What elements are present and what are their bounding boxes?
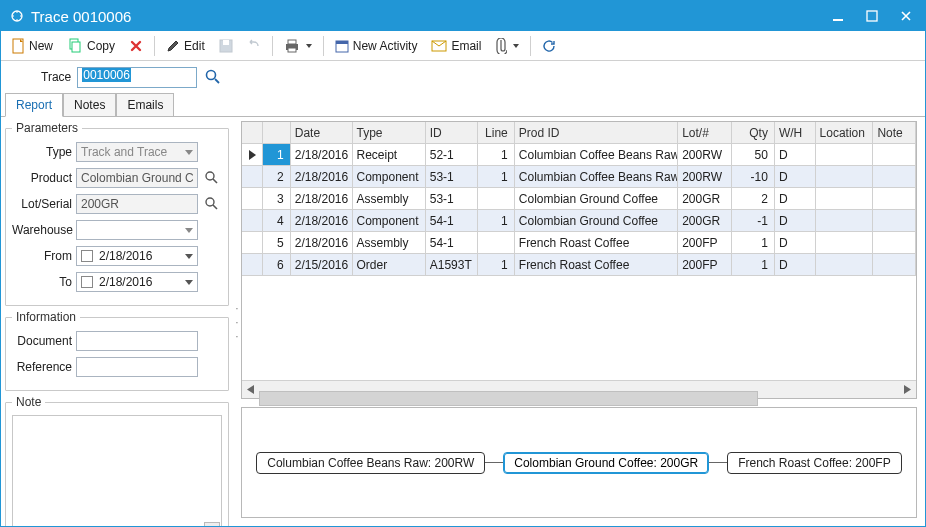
diagram-node[interactable]: Colombian Ground Coffee: 200GR: [503, 452, 709, 474]
caret-down-icon: [513, 44, 519, 48]
new-activity-button[interactable]: New Activity: [329, 35, 424, 57]
trace-window: Trace 0010006 New Copy Edit: [0, 0, 926, 527]
lotserial-lookup-button[interactable]: [202, 194, 222, 214]
tab-report[interactable]: Report: [5, 93, 63, 117]
toolbar: New Copy Edit New Activity: [1, 31, 925, 61]
copy-label: Copy: [87, 39, 115, 53]
svg-rect-12: [336, 41, 348, 44]
delete-button[interactable]: [123, 35, 149, 57]
col-loc[interactable]: Location: [816, 122, 874, 144]
edit-label: Edit: [184, 39, 205, 53]
to-label: To: [12, 275, 72, 289]
left-pane: Parameters Type Track and Trace Product …: [1, 117, 233, 526]
from-label: From: [12, 249, 72, 263]
scroll-up-icon[interactable]: [204, 522, 220, 526]
to-date[interactable]: 2/18/2016: [76, 272, 198, 292]
lotserial-input[interactable]: [76, 194, 198, 214]
svg-rect-9: [288, 40, 296, 44]
window-controls: [821, 3, 923, 29]
table-row[interactable]: 12/18/2016Receipt52-11Columbian Coffee B…: [242, 144, 916, 166]
table-row[interactable]: 22/18/2016Component53-11Columbian Coffee…: [242, 166, 916, 188]
checkbox-icon[interactable]: [81, 276, 93, 288]
checkbox-icon[interactable]: [81, 250, 93, 262]
vertical-splitter[interactable]: ···: [233, 117, 241, 526]
col-date[interactable]: Date: [291, 122, 353, 144]
attachment-button[interactable]: [489, 34, 525, 58]
titlebar[interactable]: Trace 0010006: [1, 1, 925, 31]
warehouse-label: Warehouse: [12, 223, 72, 237]
type-select[interactable]: Track and Trace: [76, 142, 198, 162]
product-lookup-button[interactable]: [202, 168, 222, 188]
trace-row: Trace 0010006: [1, 61, 925, 93]
col-id[interactable]: ID: [426, 122, 478, 144]
copy-button[interactable]: Copy: [61, 34, 121, 58]
print-button[interactable]: [278, 35, 318, 57]
main-area: Parameters Type Track and Trace Product …: [1, 117, 925, 526]
grid-body[interactable]: 12/18/2016Receipt52-11Columbian Coffee B…: [242, 144, 916, 380]
trace-diagram[interactable]: Columbian Coffee Beans Raw: 200RWColombi…: [241, 407, 917, 518]
product-input[interactable]: [76, 168, 198, 188]
minimize-button[interactable]: [821, 3, 855, 29]
reference-label: Reference: [12, 360, 72, 374]
col-line[interactable]: Line: [478, 122, 515, 144]
table-row[interactable]: 52/18/2016Assembly54-1French Roast Coffe…: [242, 232, 916, 254]
save-button[interactable]: [213, 35, 239, 57]
svg-rect-1: [833, 19, 843, 21]
note-group: Note: [5, 395, 229, 526]
trace-value: 0010006: [82, 68, 131, 82]
trace-lookup-button[interactable]: [203, 67, 223, 87]
scroll-thumb[interactable]: [259, 391, 758, 406]
svg-rect-5: [72, 42, 80, 52]
email-button[interactable]: Email: [425, 35, 487, 57]
tab-emails[interactable]: Emails: [116, 93, 174, 116]
edit-button[interactable]: Edit: [160, 35, 211, 57]
col-wh[interactable]: W/H: [775, 122, 816, 144]
connector: [709, 462, 727, 463]
note-scrollbar[interactable]: [204, 522, 220, 526]
diagram-node[interactable]: Columbian Coffee Beans Raw: 200RW: [256, 452, 485, 474]
grid-header: Date Type ID Line Prod ID Lot/# Qty W/H …: [242, 122, 916, 144]
warehouse-select[interactable]: [76, 220, 198, 240]
new-button[interactable]: New: [5, 34, 59, 58]
right-pane: Date Type ID Line Prod ID Lot/# Qty W/H …: [241, 117, 925, 526]
svg-rect-10: [288, 48, 296, 52]
close-button[interactable]: [889, 3, 923, 29]
results-grid[interactable]: Date Type ID Line Prod ID Lot/# Qty W/H …: [241, 121, 917, 399]
svg-point-14: [207, 71, 216, 80]
from-date[interactable]: 2/18/2016: [76, 246, 198, 266]
svg-rect-7: [223, 40, 229, 45]
table-row[interactable]: 42/18/2016Component54-11Colombian Ground…: [242, 210, 916, 232]
email-label: Email: [451, 39, 481, 53]
window-title: Trace 0010006: [31, 8, 821, 25]
undo-button[interactable]: [241, 35, 267, 57]
lotserial-label: Lot/Serial: [12, 197, 72, 211]
new-activity-label: New Activity: [353, 39, 418, 53]
caret-down-icon: [306, 44, 312, 48]
maximize-button[interactable]: [855, 3, 889, 29]
refresh-button[interactable]: [536, 35, 562, 57]
col-lot[interactable]: Lot/#: [678, 122, 732, 144]
note-textarea[interactable]: [12, 415, 222, 526]
col-prod[interactable]: Prod ID: [515, 122, 678, 144]
diagram-node[interactable]: French Roast Coffee: 200FP: [727, 452, 902, 474]
connector: [485, 462, 503, 463]
note-legend: Note: [12, 395, 45, 409]
grid-h-scrollbar[interactable]: [242, 380, 916, 398]
svg-point-16: [206, 198, 214, 206]
app-icon: [9, 8, 25, 24]
reference-input[interactable]: [76, 357, 198, 377]
tab-notes[interactable]: Notes: [63, 93, 116, 116]
parameters-legend: Parameters: [12, 121, 82, 135]
col-type[interactable]: Type: [353, 122, 426, 144]
col-qty[interactable]: Qty: [732, 122, 775, 144]
new-label: New: [29, 39, 53, 53]
table-row[interactable]: 62/15/2016OrderA1593T1French Roast Coffe…: [242, 254, 916, 276]
product-label: Product: [12, 171, 72, 185]
scroll-right-icon[interactable]: [899, 381, 916, 398]
trace-input[interactable]: 0010006: [77, 67, 197, 88]
document-input[interactable]: [76, 331, 198, 351]
document-label: Document: [12, 334, 72, 348]
table-row[interactable]: 32/18/2016Assembly53-1Colombian Ground C…: [242, 188, 916, 210]
scroll-left-icon[interactable]: [242, 381, 259, 398]
col-note[interactable]: Note: [873, 122, 916, 144]
